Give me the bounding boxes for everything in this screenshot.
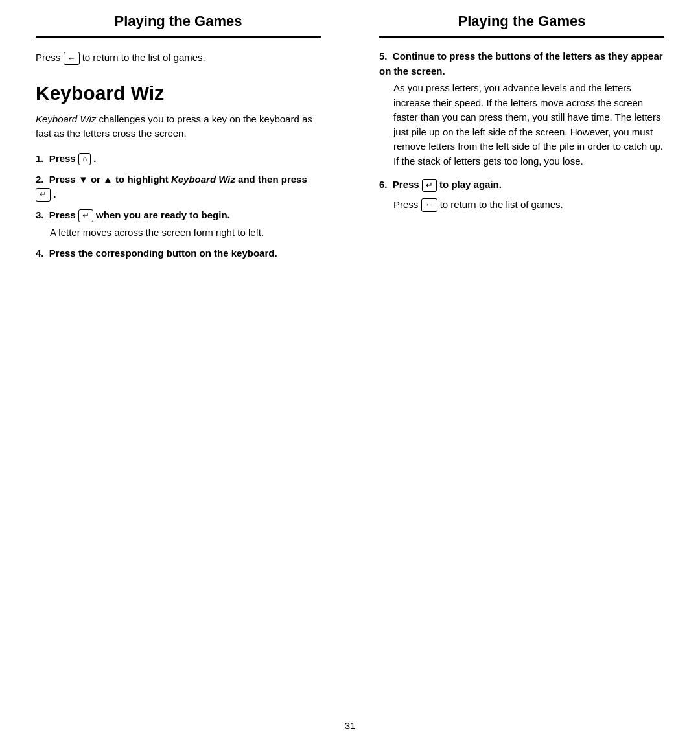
step-5: 5. Continue to press the buttons of the … [379, 49, 664, 169]
intro-press-text: Press [36, 52, 64, 63]
step-2-bold: 2. Press ▼ or ▲ to highlight Keyboard Wi… [36, 174, 307, 185]
step-5-sub: As you press letters, you advance levels… [379, 81, 664, 169]
step-2-dot: . [53, 189, 56, 200]
home-key: ⌂ [78, 153, 91, 166]
right-column: Playing the Games 5. Continue to press t… [350, 0, 700, 710]
enter-key-step3: ↵ [78, 209, 93, 222]
step-3-rest: when you are ready to begin. [96, 209, 230, 220]
enter-key-step2: ↵ [36, 188, 51, 201]
keyboard-wiz-title: Keyboard Wiz [36, 82, 321, 104]
step-4-bold: 4. Press the corresponding button on the… [36, 248, 277, 259]
right-header-rule [379, 36, 664, 38]
step-2: 2. Press ▼ or ▲ to highlight Keyboard Wi… [36, 172, 321, 202]
step-1-dot: . [93, 153, 96, 164]
right-steps: 5. Continue to press the buttons of the … [379, 49, 664, 218]
left-header-rule [36, 36, 321, 38]
left-column: Playing the Games Press ← to return to t… [0, 0, 350, 710]
back-key-intro: ← [64, 52, 80, 65]
left-intro: Press ← to return to the list of games. [36, 51, 321, 65]
page-number: 31 [0, 710, 700, 744]
step-1-text: 1. Press [36, 153, 78, 164]
step-6-sub-text1: Press [393, 199, 421, 210]
step-1: 1. Press ⌂ . [36, 152, 321, 167]
step-6: 6. Press ↵ to play again. Press ← to ret… [379, 178, 664, 212]
keyboard-wiz-italic: Keyboard Wiz [36, 113, 96, 124]
step-5-bold: 5. Continue to press the buttons of the … [379, 51, 663, 76]
step-3-sub: A letter moves across the screen form ri… [36, 226, 321, 240]
left-header: Playing the Games [36, 13, 321, 36]
step-6-rest: to play again. [439, 179, 502, 190]
intro-rest-text: to return to the list of games. [82, 52, 205, 63]
back-key-step6: ← [421, 198, 438, 211]
right-header: Playing the Games [379, 13, 664, 36]
step-6-bold: 6. Press [379, 179, 422, 190]
keyboard-wiz-description: Keyboard Wiz challenges you to press a k… [36, 112, 321, 141]
step-6-sub-text2: to return to the list of games. [440, 199, 563, 210]
step-3: 3. Press ↵ when you are ready to begin. … [36, 208, 321, 240]
step-3-bold: 3. Press [36, 209, 78, 220]
step-6-sub: Press ← to return to the list of games. [379, 198, 664, 213]
enter-key-step6: ↵ [422, 179, 437, 192]
left-steps: 1. Press ⌂ . 2. Press ▼ or ▲ to highligh… [36, 152, 321, 268]
step-4: 4. Press the corresponding button on the… [36, 246, 321, 261]
